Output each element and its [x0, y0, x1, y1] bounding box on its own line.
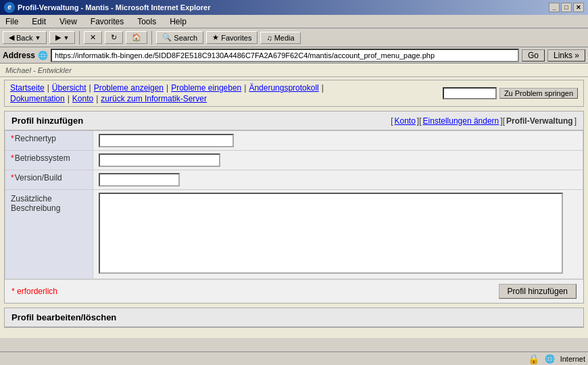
rechnertyp-input[interactable] [99, 134, 234, 147]
ie-icon: e [4, 2, 15, 13]
address-icon: 🌐 [38, 51, 48, 60]
section2-header: Profil bearbeiten/löschen [5, 308, 583, 327]
table-row-beschreibung: ZusätzlicheBeschreibung [5, 190, 583, 279]
nav-startseite[interactable]: Startseite [10, 83, 45, 93]
table-row-rechnertyp: *Rechnertyp [5, 131, 583, 151]
table-row-betriebssystem: *Betriebssystem [5, 151, 583, 170]
media-icon: ♫ [266, 34, 272, 42]
home-icon: 🏠 [132, 33, 141, 42]
favorites-button[interactable]: ★ Favorites [206, 31, 258, 44]
menu-view[interactable]: View [57, 17, 80, 26]
status-right: 🔒 🌐 Internet [528, 354, 585, 364]
label-beschreibung: ZusätzlicheBeschreibung [5, 190, 93, 279]
form-footer: * erforderlich Profil hinzufügen [5, 279, 583, 303]
maximize-button[interactable]: □ [561, 3, 572, 12]
nav-back-to-server[interactable]: zurück zum Informatik-Server [101, 94, 207, 103]
header-link-einstellungen[interactable]: Einstellungen ändern [423, 116, 499, 126]
section2: Profil bearbeiten/löschen [4, 308, 584, 328]
title-bar: e Profil-Verwaltung - Mantis - Microsoft… [0, 0, 588, 15]
nav-probleme-anzeigen[interactable]: Probleme anzeigen [94, 83, 164, 93]
form-title: Profil hinzufügen [11, 116, 83, 126]
forward-arrow-icon: ▼ [63, 34, 69, 41]
form-section: Profil hinzufügen [ Konto ][ Einstellung… [4, 111, 584, 303]
refresh-button[interactable]: ↻ [105, 31, 123, 44]
label-version: *Version/Build [5, 170, 93, 190]
form-header: Profil hinzufügen [ Konto ][ Einstellung… [5, 112, 583, 130]
home-button[interactable]: 🏠 [126, 31, 147, 44]
media-button[interactable]: ♫ Media [260, 32, 300, 44]
menu-favorites[interactable]: Favorites [88, 17, 126, 26]
window-title: Profil-Verwaltung - Mantis - Microsoft I… [18, 3, 210, 11]
forward-button[interactable]: ▶ ▼ [49, 31, 75, 44]
input-cell-betriebssystem [93, 151, 583, 170]
toolbar-separator-1 [79, 31, 80, 45]
nav-konto[interactable]: Konto [72, 94, 93, 103]
address-label: Address [3, 51, 35, 60]
back-button[interactable]: ◀ Back ▼ [3, 31, 47, 44]
jump-button[interactable]: Zu Problem springen [499, 88, 578, 99]
version-build-input[interactable] [99, 173, 180, 187]
toolbar-separator-2 [151, 31, 152, 45]
title-bar-controls[interactable]: _ □ ✕ [549, 3, 584, 12]
label-rechnertyp: *Rechnertyp [5, 131, 93, 151]
stop-button[interactable]: ✕ [84, 31, 102, 44]
address-bar: Address 🌐 Go Links » [0, 47, 588, 64]
header-link-konto[interactable]: Konto [395, 116, 416, 126]
lock-icon: 🔒 [528, 354, 539, 364]
menu-bar: File Edit View Favorites Tools Help [0, 15, 588, 28]
nav-links-area: Startseite | Übersicht | Probleme anzeig… [10, 83, 326, 103]
zone-label: Internet [560, 355, 585, 363]
beschreibung-textarea[interactable] [99, 193, 563, 274]
back-icon: ◀ [9, 33, 14, 42]
nav-aenderungsprotokoll[interactable]: Änderungsprotokoll [249, 83, 318, 93]
nav-container: Startseite | Übersicht | Probleme anzeig… [4, 80, 584, 107]
forward-icon: ▶ [55, 33, 61, 42]
tab-label: Michael - Entwickler [5, 66, 72, 74]
favorites-icon: ★ [212, 33, 219, 42]
input-cell-rechnertyp [93, 131, 583, 151]
menu-help[interactable]: Help [167, 17, 189, 26]
toolbar: ◀ Back ▼ ▶ ▼ ✕ ↻ 🏠 🔍 Search ★ Favorites … [0, 28, 588, 47]
jump-input[interactable] [443, 87, 497, 99]
links-button[interactable]: Links » [547, 49, 585, 62]
nav-dokumentation[interactable]: Dokumentation [10, 94, 65, 103]
required-note: * erforderlich [11, 287, 57, 296]
form-header-links: [ Konto ][ Einstellungen ändern ][ Profi… [391, 116, 577, 126]
refresh-icon: ↻ [111, 33, 117, 42]
header-link-profilverwaltung: Profil-Verwaltung [506, 116, 573, 126]
jump-area: Zu Problem springen [443, 87, 578, 99]
ie-content: Michael - Entwickler Startseite | Übersi… [0, 64, 588, 338]
status-bar: 🔒 🌐 Internet [0, 351, 588, 365]
nav-row-1: Startseite | Übersicht | Probleme anzeig… [10, 83, 326, 93]
address-input[interactable] [51, 49, 519, 62]
bottom-padding [0, 332, 588, 338]
close-button[interactable]: ✕ [573, 3, 584, 12]
nav-probleme-eingeben[interactable]: Probleme eingeben [171, 83, 241, 93]
back-arrow-icon: ▼ [34, 34, 41, 41]
go-button[interactable]: Go [522, 49, 545, 62]
minimize-button[interactable]: _ [549, 3, 560, 12]
zone-icon: 🌐 [545, 354, 555, 364]
input-cell-beschreibung [93, 190, 583, 279]
search-icon: 🔍 [162, 33, 172, 42]
menu-edit[interactable]: Edit [29, 17, 49, 26]
menu-tools[interactable]: Tools [134, 17, 159, 26]
submit-button[interactable]: Profil hinzufügen [499, 284, 577, 299]
input-cell-version [93, 170, 583, 190]
betriebssystem-input[interactable] [99, 153, 220, 167]
stop-icon: ✕ [90, 33, 96, 42]
title-bar-left: e Profil-Verwaltung - Mantis - Microsoft… [4, 2, 210, 13]
menu-file[interactable]: File [3, 17, 21, 26]
label-betriebssystem: *Betriebssystem [5, 151, 93, 170]
form-table: *Rechnertyp *Betriebssystem *Version/Bui… [5, 130, 583, 279]
nav-uebersicht[interactable]: Übersicht [52, 83, 87, 93]
nav-row-2: Dokumentation | Konto | zurück zum Infor… [10, 94, 326, 103]
search-button[interactable]: 🔍 Search [156, 31, 203, 44]
table-row-version: *Version/Build [5, 170, 583, 190]
